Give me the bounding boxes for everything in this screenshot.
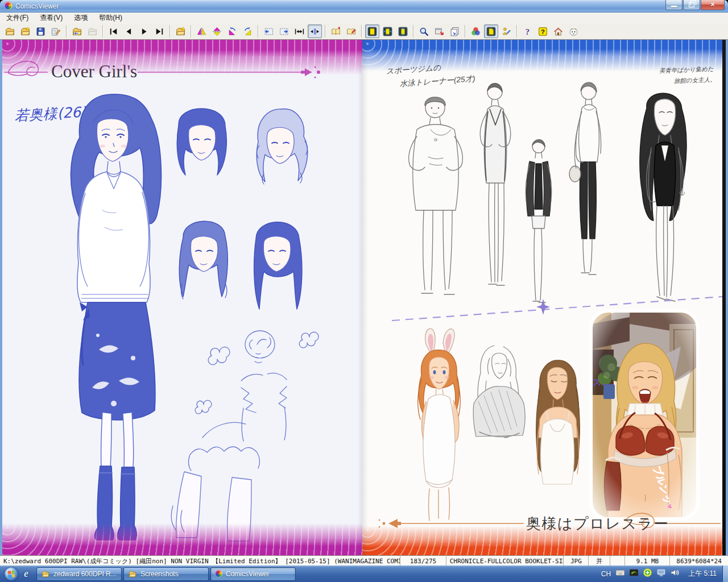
figure-tshirt [409,97,463,294]
convert-button[interactable] [49,24,63,38]
last-page-button[interactable] [152,24,167,38]
view-w-icon [383,27,392,36]
convert-icon [51,27,61,36]
color-panel: ス… ブルンッ♥ [585,307,705,519]
taskbar-button[interactable]: zedward 600DPI R... [36,567,122,581]
head-study-bob [177,109,226,175]
menu-bar: 文件(F)查看(V)选项帮助(H) [0,13,728,24]
right-note-right-line2: 旅館の女主人。 [673,76,716,84]
open-new-window-button[interactable] [18,24,32,38]
view-normal-button[interactable] [365,24,379,38]
status-dimensions: 8639*6084*24 [670,556,728,566]
prev-archive-button[interactable] [70,24,84,38]
zoom-button[interactable] [417,24,431,38]
help-topics-button[interactable] [536,24,550,38]
language-indicator[interactable]: CH [601,570,611,578]
viewer-area[interactable]: Cover Girl's 若奥様(26) [0,40,728,555]
restore-icon [689,2,694,7]
taskbar-button[interactable]: ComicsViewer [210,567,296,581]
bookmark-edit-button[interactable] [344,24,358,38]
page-color-button[interactable] [484,24,498,38]
cascade-button[interactable] [448,24,462,38]
first-page-button[interactable] [106,24,121,38]
volume-icon[interactable] [670,568,684,580]
status-file-size: 9.1 MB [625,556,670,566]
margin-left-button[interactable] [262,24,276,38]
left-page-note: 若奥様(26) [14,103,88,124]
taskbar-button-label: ComicsViewer [226,570,269,578]
menu-item[interactable]: 选项 [69,13,93,23]
flip-vertical-button[interactable] [210,24,224,38]
save-button[interactable] [34,24,48,38]
open-button[interactable] [3,24,17,38]
antivirus-icon[interactable] [643,568,656,580]
taskbar-button[interactable]: Screenshots [123,567,209,581]
start-button[interactable] [5,567,18,581]
view-fit-width-button[interactable] [380,24,395,38]
next-page-button[interactable] [137,24,151,38]
menu-item[interactable]: 帮助(H) [94,13,127,23]
taskbar-clock[interactable]: 上午 5:11 [688,569,717,579]
menu-item[interactable]: 查看(V) [35,13,68,23]
minimize-button[interactable] [665,0,682,10]
home-icon [553,27,563,36]
figure-black-swimsuit [640,93,686,301]
toolbar-separator [465,25,466,38]
system-tray: CH 上午 5:11 [601,566,728,582]
about-icon [569,27,578,36]
last-icon [155,27,164,36]
pagebg-icon [486,27,496,36]
show-desktop-button[interactable] [722,566,728,582]
folder-next-icon [88,27,97,36]
internet-explorer-icon[interactable]: e [24,568,28,580]
status-page-number: 183/275 [400,556,446,566]
home-button[interactable] [551,24,565,38]
status-bar: K:\zedward 600DPI RAW\(成年コミック) [織田non] N… [0,555,728,566]
right-note-right-line1: 美青年ばかり集めた [659,65,714,74]
rot-r-icon [243,27,253,36]
toolbar-separator [258,25,259,38]
menu-item[interactable]: 文件(F) [1,13,34,23]
fit-w-icon [295,27,304,36]
fit-width-button[interactable] [292,24,307,38]
status-file-path: K:\zedward 600DPI RAW\(成年コミック) [織田non] N… [0,556,400,566]
rotate-right-button[interactable] [241,24,255,38]
nvidia-icon[interactable] [629,568,643,580]
zoom-icon [419,27,429,36]
left-page-title: Cover Girl's [51,61,137,81]
sketch-bust-figure [473,346,525,438]
script-icon [502,27,511,36]
help-icon [523,27,532,36]
prev-page-button[interactable] [122,24,136,38]
margin-right-button[interactable] [277,24,291,38]
next-archive-button[interactable] [85,24,100,38]
restore-button[interactable] [683,0,700,10]
close-button[interactable]: × [701,0,725,10]
flip-horizontal-button[interactable] [195,24,209,38]
split-icon [310,27,320,36]
view-fit-height-button[interactable] [396,24,410,38]
two-page-mode-button[interactable] [308,24,322,38]
toolbar [0,23,728,40]
taskbar-button-label: Screenshots [140,570,179,578]
head-study-curly [257,109,307,184]
view-page-icon [367,27,377,36]
rotate-left-button[interactable] [225,24,239,38]
about-button[interactable] [566,24,581,38]
shrink-window-button[interactable] [432,24,446,38]
network-icon[interactable] [656,568,670,580]
toolbar-separator [325,25,326,38]
script-button[interactable] [499,24,514,38]
bookmark-add-button[interactable] [329,24,343,38]
keyboard-icon[interactable] [615,568,629,580]
windows-logo-icon [7,570,15,577]
goto-page-button[interactable] [173,24,188,38]
left-page-artwork: Cover Girl's 若奥様(26) [2,40,362,555]
figure-swimsuit [480,84,511,285]
title-bar[interactable]: ComicsViewer × [0,0,728,13]
book-add-icon [331,27,341,36]
toolbar-separator [66,25,67,38]
help-button[interactable] [520,24,535,38]
color-adjust-button[interactable] [469,24,483,38]
first-icon [109,27,118,36]
